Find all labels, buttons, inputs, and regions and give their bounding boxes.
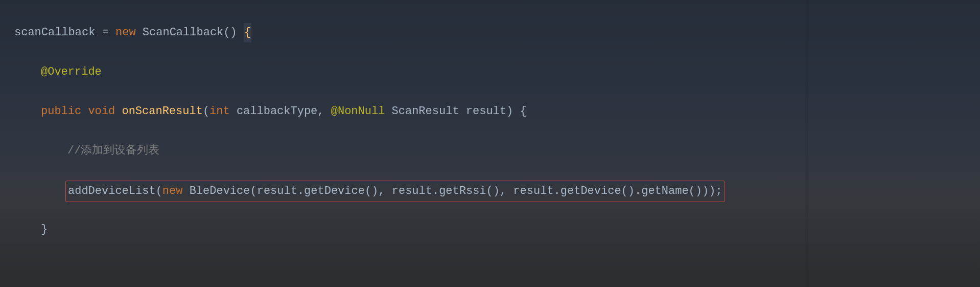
operator: =	[95, 26, 115, 39]
method-name: onScanResult	[122, 105, 202, 118]
code-line[interactable]: addDeviceList(new BleDevice(result.getDe…	[14, 181, 980, 201]
brace-open: {	[520, 105, 526, 118]
annotation-nonnull: @NonNull	[331, 105, 385, 118]
code-line[interactable]: public void onScanResult(int callbackTyp…	[14, 102, 980, 122]
annotation-override: @Override	[41, 65, 102, 78]
method-call: addDeviceList(	[68, 185, 162, 197]
code-line[interactable]: @Override	[14, 62, 980, 82]
code-line-blank[interactable]	[14, 259, 980, 279]
keyword-void: void	[88, 105, 115, 118]
keyword-public: public	[41, 105, 81, 118]
param-name: callbackType	[237, 105, 317, 118]
semicolon: ;	[715, 185, 722, 197]
type-name: ScanResult	[392, 105, 459, 118]
expression: BleDevice(result.getDevice(), result.get…	[190, 185, 716, 197]
brace-close: }	[41, 223, 48, 236]
paren-close: )	[506, 105, 513, 118]
code-line[interactable]: //添加到设备列表	[14, 141, 980, 161]
code-line[interactable]: }	[14, 220, 980, 240]
type-name: ScanCallback	[143, 26, 223, 39]
parens: ()	[223, 26, 237, 39]
keyword-new: new	[162, 185, 183, 197]
highlighted-code: addDeviceList(new BleDevice(result.getDe…	[65, 181, 725, 203]
param-name: result	[466, 105, 506, 118]
code-editor[interactable]: scanCallback = new ScanCallback() { @Ove…	[0, 0, 980, 287]
comma: ,	[317, 105, 331, 118]
keyword-new: new	[115, 26, 136, 39]
code-line[interactable]: scanCallback = new ScanCallback() {	[14, 23, 980, 43]
variable-name: scanCallback	[14, 26, 95, 39]
paren-open: (	[203, 105, 209, 118]
comment: //添加到设备列表	[67, 144, 159, 157]
brace-open: {	[244, 23, 251, 43]
keyword-int: int	[209, 105, 230, 118]
